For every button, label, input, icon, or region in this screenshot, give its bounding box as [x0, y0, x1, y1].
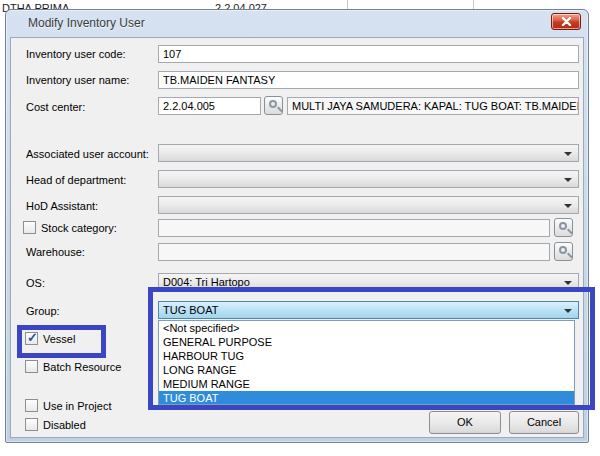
- stock-category-label: Stock category:: [41, 222, 117, 234]
- batch-resource-label: Batch Resource: [43, 361, 121, 373]
- associated-user-account-label: Associated user account:: [26, 148, 149, 160]
- inventory-user-name-input[interactable]: TB.MAIDEN FANTASY: [158, 71, 579, 89]
- disabled-checkbox[interactable]: [25, 418, 38, 431]
- os-select[interactable]: D004: Tri Hartopo: [158, 273, 579, 291]
- cost-center-label: Cost center:: [26, 101, 85, 113]
- head-of-department-select[interactable]: [158, 170, 579, 188]
- title-bar[interactable]: Modify Inventory User: [6, 10, 588, 36]
- vessel-label: Vessel: [43, 333, 75, 345]
- group-dropdown-list: <Not specified> GENERAL PURPOSE HARBOUR …: [158, 320, 575, 405]
- chevron-down-icon: [564, 152, 572, 156]
- group-option[interactable]: MEDIUM RANGE: [159, 377, 574, 391]
- warehouse-lookup-button[interactable]: [554, 242, 573, 261]
- vessel-checkbox[interactable]: [25, 332, 38, 345]
- dialog-body: Inventory user code: 107 Inventory user …: [10, 37, 584, 438]
- chevron-down-icon: [564, 178, 572, 182]
- inventory-user-name-label: Inventory user name:: [26, 74, 129, 86]
- os-label: OS:: [26, 277, 45, 289]
- group-select[interactable]: TUG BOAT: [158, 301, 579, 319]
- cancel-button[interactable]: Cancel: [509, 411, 579, 434]
- ok-button[interactable]: OK: [429, 411, 501, 434]
- chevron-down-icon: [564, 281, 572, 285]
- warehouse-label: Warehouse:: [26, 246, 85, 258]
- stock-category-input[interactable]: [158, 219, 550, 237]
- dialog-title: Modify Inventory User: [28, 16, 145, 30]
- magnifier-icon: [269, 100, 277, 108]
- batch-resource-checkbox[interactable]: [25, 360, 38, 373]
- group-option[interactable]: LONG RANGE: [159, 363, 574, 377]
- cost-center-lookup-button[interactable]: [264, 96, 283, 115]
- warehouse-input[interactable]: [158, 243, 550, 261]
- cost-center-input[interactable]: 2.2.04.005: [158, 97, 261, 115]
- stock-category-checkbox[interactable]: [23, 221, 36, 234]
- group-option[interactable]: HARBOUR TUG: [159, 349, 574, 363]
- group-option[interactable]: <Not specified>: [159, 321, 574, 335]
- inventory-user-code-input[interactable]: 107: [158, 45, 579, 63]
- magnifier-icon: [559, 222, 567, 230]
- head-of-department-label: Head of department:: [26, 174, 126, 186]
- magnifier-icon: [559, 246, 567, 254]
- hod-assistant-label: HoD Assistant:: [26, 200, 98, 212]
- cost-center-description: MULTI JAYA SAMUDERA: KAPAL: TUG BOAT: TB…: [287, 97, 579, 115]
- use-in-project-checkbox[interactable]: [25, 399, 38, 412]
- use-in-project-label: Use in Project: [43, 400, 111, 412]
- stock-category-lookup-button[interactable]: [554, 218, 573, 237]
- inventory-user-code-label: Inventory user code:: [26, 48, 126, 60]
- associated-user-account-select[interactable]: [158, 144, 579, 162]
- modify-inventory-user-dialog: Modify Inventory User Inventory user cod…: [5, 9, 589, 443]
- group-label: Group:: [26, 305, 60, 317]
- hod-assistant-select[interactable]: [158, 196, 579, 214]
- disabled-label: Disabled: [43, 419, 86, 431]
- close-button[interactable]: [551, 13, 581, 30]
- chevron-down-icon: [564, 309, 572, 313]
- group-option[interactable]: GENERAL PURPOSE: [159, 335, 574, 349]
- chevron-down-icon: [564, 204, 572, 208]
- group-option-selected[interactable]: TUG BOAT: [159, 391, 574, 405]
- close-icon: [561, 17, 572, 26]
